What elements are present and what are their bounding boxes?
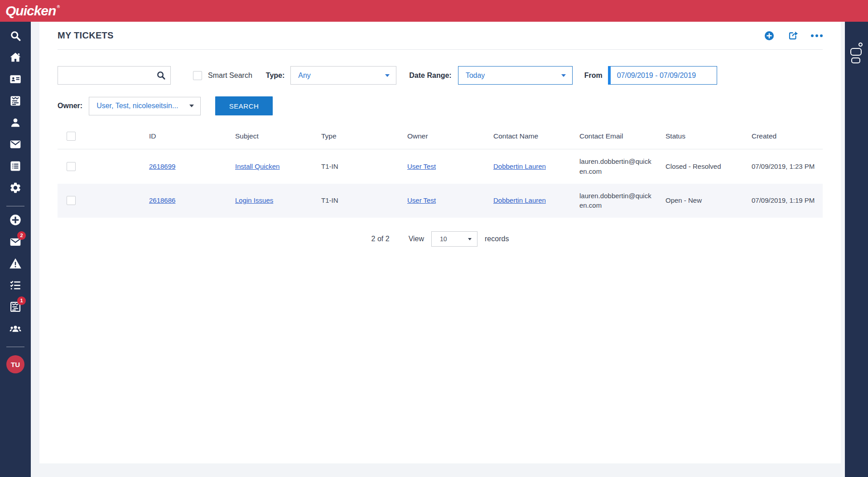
tasks-checklist-icon[interactable] xyxy=(9,279,22,291)
smart-search-label: Smart Search xyxy=(208,72,252,80)
column-header-contact-email: Contact Email xyxy=(574,124,660,149)
tickets-table: ID Subject Type Owner Contact Name Conta… xyxy=(58,124,823,218)
chevron-down-icon xyxy=(189,105,194,107)
type-dropdown-value: Any xyxy=(298,72,311,80)
trademark-mark: ® xyxy=(57,5,59,9)
add-circle-icon[interactable] xyxy=(9,214,22,226)
ticket-status: Closed - Resolved xyxy=(660,149,746,184)
contact-email: lauren.dobbertin@quicken.com xyxy=(574,184,660,218)
quicken-logo: Quicken® xyxy=(5,4,58,18)
ticket-subject-link[interactable]: Install Quicken xyxy=(235,162,280,170)
owner-dropdown-value: User, Test, nicoleseitsin... xyxy=(96,102,178,110)
ticket-type: T1-IN xyxy=(316,184,402,218)
date-range-label: Date Range: xyxy=(409,72,451,80)
chevron-down-icon xyxy=(468,238,472,240)
ticket-created: 07/09/2019, 1:19 PM xyxy=(746,184,823,218)
from-date-input[interactable] xyxy=(608,66,717,85)
warning-icon[interactable] xyxy=(9,257,22,270)
ticket-search-box xyxy=(58,66,171,85)
table-header-row: ID Subject Type Owner Contact Name Conta… xyxy=(58,124,823,149)
chevron-down-icon xyxy=(561,74,566,77)
search-icon[interactable] xyxy=(9,29,22,42)
ticket-created: 07/09/2019, 1:23 PM xyxy=(746,149,823,184)
records-label: records xyxy=(485,235,509,243)
search-button[interactable]: SEARCH xyxy=(215,96,273,115)
date-range-dropdown[interactable]: Today xyxy=(458,66,573,85)
table-row: 2618699 Install Quicken T1-IN User Test … xyxy=(58,149,823,184)
right-collapsed-panel xyxy=(845,22,868,477)
filter-row-2: Owner: User, Test, nicoleseitsin... SEAR… xyxy=(58,96,823,115)
person-icon[interactable] xyxy=(9,116,22,129)
smart-search-checkbox[interactable] xyxy=(193,71,202,80)
ticket-subject-link[interactable]: Login Issues xyxy=(235,196,273,204)
user-avatar[interactable]: TU xyxy=(6,355,24,373)
row-checkbox[interactable] xyxy=(67,162,76,171)
more-options-icon[interactable] xyxy=(811,34,823,37)
column-header-contact-name: Contact Name xyxy=(488,124,574,149)
ticket-owner-link[interactable]: User Test xyxy=(407,196,436,204)
sidebar-divider xyxy=(6,206,24,206)
page-header: MY TICKETS xyxy=(58,22,823,50)
date-range-dropdown-value: Today xyxy=(466,72,485,80)
teams-people-icon[interactable] xyxy=(9,322,22,335)
panel-toggle-rect xyxy=(850,48,862,56)
contact-card-icon[interactable] xyxy=(9,73,22,86)
page-size-value: 10 xyxy=(440,235,447,243)
gear-icon[interactable] xyxy=(9,181,22,194)
page-title: MY TICKETS xyxy=(58,30,114,41)
share-export-icon[interactable] xyxy=(787,30,798,41)
column-header-subject: Subject xyxy=(230,124,316,149)
record-count-text: 2 of 2 xyxy=(371,235,390,243)
report-badge-count: 1 xyxy=(17,296,26,305)
contact-email: lauren.dobbertin@quicken.com xyxy=(574,149,660,184)
type-label: Type: xyxy=(266,72,285,80)
header-actions xyxy=(764,30,823,41)
panel-toggle-rect xyxy=(851,57,860,63)
notes-icon[interactable] xyxy=(9,95,22,107)
select-all-checkbox[interactable] xyxy=(67,132,76,141)
column-header-status: Status xyxy=(660,124,746,149)
page-size-select[interactable]: 10 xyxy=(431,231,477,247)
contact-name-link[interactable]: Dobbertin Lauren xyxy=(493,196,546,204)
home-icon[interactable] xyxy=(9,51,22,64)
filters-panel: Smart Search Type: Any Date Range: Today… xyxy=(39,50,841,115)
ticket-owner-link[interactable]: User Test xyxy=(407,162,436,170)
ticket-id-link[interactable]: 2618686 xyxy=(149,196,175,204)
ticket-id-link[interactable]: 2618699 xyxy=(149,162,175,170)
owner-label: Owner: xyxy=(58,102,82,110)
filter-row-1: Smart Search Type: Any Date Range: Today… xyxy=(58,66,823,85)
column-header-id: ID xyxy=(144,124,230,149)
ticket-rows: 2618699 Install Quicken T1-IN User Test … xyxy=(58,149,823,218)
from-label: From xyxy=(584,72,603,80)
report-clipboard-icon[interactable]: 1 xyxy=(9,301,22,313)
sidebar-divider xyxy=(6,347,24,347)
main-content: MY TICKETS Smart Search Type: Any xyxy=(39,22,841,463)
add-ticket-icon[interactable] xyxy=(764,30,775,41)
ticket-type: T1-IN xyxy=(316,149,402,184)
envelope-icon[interactable] xyxy=(9,138,22,151)
smart-search-group: Smart Search xyxy=(193,71,252,80)
top-app-bar: Quicken® xyxy=(0,0,868,22)
ticket-search-input[interactable] xyxy=(58,66,171,85)
type-dropdown[interactable]: Any xyxy=(290,66,396,85)
chevron-down-icon xyxy=(385,74,390,77)
column-header-created: Created xyxy=(746,124,823,149)
list-icon[interactable] xyxy=(9,160,22,172)
column-header-owner: Owner xyxy=(402,124,488,149)
inbox-envelope-icon[interactable]: 2 xyxy=(9,235,22,248)
owner-dropdown[interactable]: User, Test, nicoleseitsin... xyxy=(89,97,201,115)
column-header-type: Type xyxy=(316,124,402,149)
inbox-badge-count: 2 xyxy=(17,231,26,240)
row-checkbox[interactable] xyxy=(67,196,76,205)
panel-toggle-icon[interactable] xyxy=(850,43,863,63)
pagination-bar: 2 of 2 View 10 records xyxy=(39,231,841,247)
panel-toggle-circle xyxy=(858,43,863,47)
view-label: View xyxy=(409,235,424,243)
left-nav-sidebar: 2 1 TU xyxy=(0,22,31,477)
table-row: 2618686 Login Issues T1-IN User Test Dob… xyxy=(58,184,823,218)
search-input-icon[interactable] xyxy=(156,70,166,81)
ticket-status: Open - New xyxy=(660,184,746,218)
contact-name-link[interactable]: Dobbertin Lauren xyxy=(493,162,546,170)
